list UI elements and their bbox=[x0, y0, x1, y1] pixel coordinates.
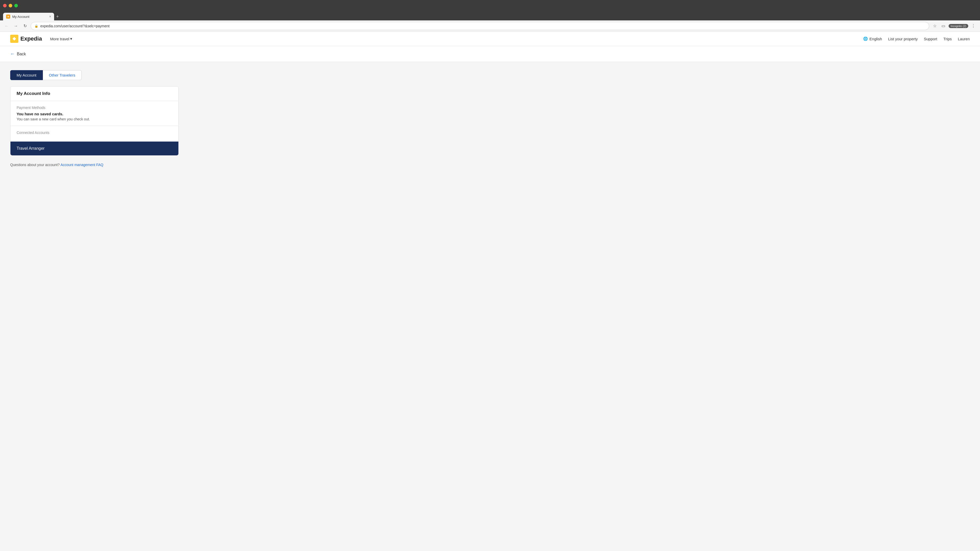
list-property-label: List your property bbox=[888, 37, 918, 41]
footer-question: Questions about your account? Account ma… bbox=[10, 163, 179, 167]
account-info-card: My Account Info Payment Methods You have… bbox=[10, 86, 179, 156]
payment-methods-label: Payment Methods bbox=[17, 106, 172, 110]
back-nav-button[interactable]: ← bbox=[3, 22, 10, 30]
url-input[interactable] bbox=[40, 24, 925, 28]
sidebar-button[interactable]: ▭ bbox=[940, 22, 947, 30]
logo-icon bbox=[10, 35, 18, 43]
browser-tab-active[interactable]: ✈ My Account × bbox=[3, 13, 54, 21]
main-content: My Account Other Travelers My Account In… bbox=[0, 62, 204, 175]
header-left: Expedia More travel ▾ bbox=[10, 35, 74, 43]
site-header: Expedia More travel ▾ 🌐 English List you… bbox=[0, 32, 980, 46]
tab-close-button[interactable]: × bbox=[49, 15, 51, 18]
address-bar[interactable]: 🔒 bbox=[30, 22, 929, 30]
no-cards-title: You have no saved cards. bbox=[17, 112, 172, 116]
header-right: 🌐 English List your property Support Tri… bbox=[863, 37, 970, 41]
travel-arranger-label: Travel Arranger bbox=[17, 146, 45, 151]
list-property-button[interactable]: List your property bbox=[888, 37, 918, 41]
back-section: ← Back bbox=[0, 46, 980, 62]
language-label: English bbox=[870, 37, 882, 41]
account-info-header: My Account Info bbox=[11, 86, 178, 101]
tab-group: My Account Other Travelers bbox=[10, 70, 194, 80]
chevron-down-icon: ▾ bbox=[70, 37, 72, 41]
back-button[interactable]: ← Back bbox=[10, 51, 26, 57]
user-account-button[interactable]: Lauren bbox=[958, 37, 970, 41]
incognito-badge[interactable]: Incognito (2) bbox=[948, 24, 968, 28]
logo-text: Expedia bbox=[21, 35, 42, 42]
no-cards-sub: You can save a new card when you check o… bbox=[17, 117, 172, 121]
footer-question-text: Questions about your account? bbox=[10, 163, 60, 167]
more-options-button[interactable]: ⋮ bbox=[970, 22, 977, 30]
faq-link[interactable]: Account management FAQ bbox=[60, 163, 103, 167]
browser-titlebar bbox=[0, 0, 980, 11]
back-arrow-icon: ← bbox=[10, 51, 15, 57]
globe-icon: 🌐 bbox=[863, 37, 868, 41]
tab-my-account-label: My Account bbox=[17, 73, 37, 77]
browser-controls bbox=[3, 4, 18, 7]
back-label: Back bbox=[17, 52, 26, 56]
expedia-logo[interactable]: Expedia bbox=[10, 35, 42, 43]
user-label: Lauren bbox=[958, 37, 970, 41]
tab-favicon-icon: ✈ bbox=[6, 14, 10, 19]
language-button[interactable]: 🌐 English bbox=[863, 37, 882, 41]
more-travel-button[interactable]: More travel ▾ bbox=[48, 35, 74, 43]
forward-nav-button[interactable]: → bbox=[12, 22, 19, 30]
support-button[interactable]: Support bbox=[924, 37, 937, 41]
lock-icon: 🔒 bbox=[35, 24, 38, 28]
toolbar-right: ☆ ▭ Incognito (2) ⋮ bbox=[931, 22, 977, 30]
tab-title: My Account bbox=[12, 15, 47, 19]
bookmark-button[interactable]: ☆ bbox=[931, 22, 939, 30]
close-window-button[interactable] bbox=[3, 4, 6, 7]
tab-my-account[interactable]: My Account bbox=[10, 70, 43, 80]
browser-tab-bar: ✈ My Account × + bbox=[0, 11, 980, 21]
browser-toolbar: ← → ↻ 🔒 ☆ ▭ Incognito (2) ⋮ bbox=[0, 21, 980, 32]
browser-chrome: ✈ My Account × + ← → ↻ 🔒 ☆ ▭ Incognito (… bbox=[0, 0, 980, 32]
account-info-title: My Account Info bbox=[17, 91, 50, 96]
trips-label: Trips bbox=[943, 37, 952, 41]
support-label: Support bbox=[924, 37, 937, 41]
more-travel-label: More travel bbox=[50, 37, 69, 41]
page: Expedia More travel ▾ 🌐 English List you… bbox=[0, 32, 980, 551]
tab-other-travelers-label: Other Travelers bbox=[49, 73, 75, 77]
payment-methods-section[interactable]: Payment Methods You have no saved cards.… bbox=[11, 101, 178, 126]
trips-button[interactable]: Trips bbox=[943, 37, 952, 41]
tab-other-travelers[interactable]: Other Travelers bbox=[43, 70, 82, 80]
connected-accounts-section[interactable]: Connected Accounts bbox=[11, 126, 178, 141]
faq-link-label: Account management FAQ bbox=[60, 163, 103, 167]
maximize-window-button[interactable] bbox=[14, 4, 18, 7]
travel-arranger-section[interactable]: Travel Arranger bbox=[11, 141, 178, 156]
reload-button[interactable]: ↻ bbox=[21, 22, 29, 30]
new-tab-button[interactable]: + bbox=[56, 13, 59, 21]
connected-accounts-label: Connected Accounts bbox=[17, 130, 172, 135]
minimize-window-button[interactable] bbox=[9, 4, 12, 7]
